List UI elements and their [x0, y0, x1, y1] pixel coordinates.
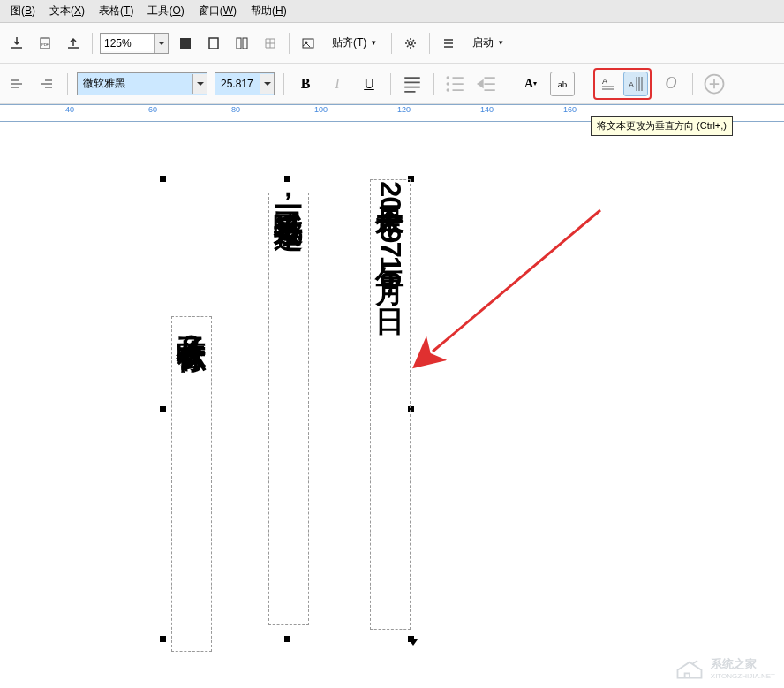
dropcap-button[interactable]: A▾ — [518, 72, 543, 96]
watermark: 系统之家 XITONGZHIJIA.NET — [674, 655, 775, 680]
toolbar-row-1: PDF 贴齐(T) ▼ 启动 ▼ — [0, 23, 784, 64]
indent-icon[interactable] — [475, 72, 500, 96]
divider — [433, 73, 434, 95]
export-pdf-icon[interactable]: PDF — [34, 32, 57, 55]
import-icon[interactable] — [5, 32, 28, 55]
export-up-icon[interactable] — [62, 32, 85, 55]
oval-button[interactable]: O — [659, 72, 683, 96]
bold-button[interactable]: B — [293, 72, 318, 96]
handle-top-mid[interactable] — [284, 176, 290, 182]
menu-image[interactable]: 图(B) — [4, 2, 42, 20]
view-grid-icon[interactable] — [259, 32, 282, 55]
svg-point-11 — [447, 88, 450, 92]
divider — [584, 73, 584, 95]
menu-window[interactable]: 窗口(W) — [192, 2, 244, 20]
svg-text:A: A — [602, 77, 607, 86]
divider — [390, 73, 391, 95]
smallcaps-button[interactable]: ab — [550, 72, 575, 96]
handle-resize-tri[interactable] — [409, 639, 418, 646]
settings-gear-icon[interactable] — [399, 32, 422, 55]
menubar: 图(B) 文本(X) 表格(T) 工具(O) 窗口(W) 帮助(H) — [0, 0, 784, 23]
zoom-control[interactable] — [100, 33, 169, 54]
menu-tools[interactable]: 工具(O) — [140, 2, 191, 20]
svg-rect-4 — [237, 38, 241, 49]
toolbar-row-2: B I U A▾ ab A A O — [0, 64, 784, 104]
divider — [283, 73, 284, 95]
menu-table[interactable]: 表格(T) — [92, 2, 140, 20]
svg-rect-2 — [180, 38, 191, 49]
list-icon[interactable] — [437, 32, 460, 55]
vertical-text-line-2[interactable]: 这个月又过了一半了哦， — [268, 193, 309, 625]
svg-point-9 — [447, 76, 450, 79]
menu-text[interactable]: 文本(X) — [42, 2, 92, 20]
tooltip: 将文本更改为垂直方向 (Ctrl+,) — [591, 116, 733, 136]
svg-text:PDF: PDF — [41, 42, 49, 47]
divider — [429, 33, 430, 54]
align-left-icon[interactable] — [5, 72, 28, 95]
menu-help[interactable]: 帮助(H) — [244, 2, 294, 20]
font-name-select[interactable] — [77, 72, 207, 95]
view-columns-icon[interactable] — [230, 32, 253, 55]
horizontal-text-button[interactable]: A — [597, 72, 622, 96]
launch-button[interactable]: 启动 ▼ — [465, 33, 511, 53]
svg-point-8 — [409, 42, 412, 45]
font-name-input[interactable] — [78, 75, 192, 93]
snap-button[interactable]: 贴齐(T) ▼ — [325, 33, 384, 53]
text-frame-1[interactable]: 今天是2019年7月16日， 这个月又过了一半了哦， 你有什么收获了？ — [163, 179, 411, 639]
handle-bottom-left[interactable] — [160, 636, 166, 642]
divider — [289, 33, 290, 54]
divider — [692, 73, 693, 95]
annotation-arrow — [388, 201, 618, 378]
zoom-dropdown-icon[interactable] — [154, 34, 168, 53]
svg-rect-3 — [209, 38, 218, 49]
font-dropdown-icon[interactable] — [192, 74, 207, 94]
canvas[interactable]: 今天是2019年7月16日， 这个月又过了一半了哦， 你有什么收获了？ 系统之家… — [0, 122, 784, 687]
vertical-text-line-3[interactable]: 你有什么收获了？ — [171, 316, 212, 652]
divider — [391, 33, 392, 54]
align-right-icon[interactable] — [35, 72, 58, 95]
vertical-text-button[interactable]: A — [623, 72, 648, 96]
fullscreen-icon[interactable] — [174, 32, 197, 55]
handle-mid-left[interactable] — [160, 406, 166, 412]
font-size-select[interactable] — [215, 72, 275, 95]
divider — [509, 73, 509, 95]
italic-button[interactable]: I — [325, 72, 350, 96]
vertical-text-line-1[interactable]: 今天是2019年7月16日， — [370, 179, 411, 630]
picture-icon[interactable] — [297, 32, 320, 55]
divider — [67, 73, 68, 95]
add-button[interactable] — [702, 72, 727, 96]
bullet-list-icon[interactable] — [443, 72, 468, 96]
handle-top-left[interactable] — [160, 176, 166, 182]
zoom-input[interactable] — [101, 35, 154, 51]
svg-point-10 — [447, 82, 450, 86]
svg-text:A: A — [629, 80, 634, 89]
view-page-icon[interactable] — [202, 32, 225, 55]
svg-rect-5 — [243, 38, 247, 49]
font-size-dropdown-icon[interactable] — [260, 74, 274, 94]
text-orientation-group: A A — [593, 68, 652, 100]
svg-line-15 — [433, 210, 600, 352]
underline-button[interactable]: U — [357, 72, 381, 96]
svg-rect-6 — [303, 39, 313, 48]
font-size-input[interactable] — [215, 75, 260, 93]
handle-bottom-mid[interactable] — [284, 636, 290, 642]
divider — [92, 33, 93, 54]
align-text-icon[interactable] — [400, 72, 425, 96]
